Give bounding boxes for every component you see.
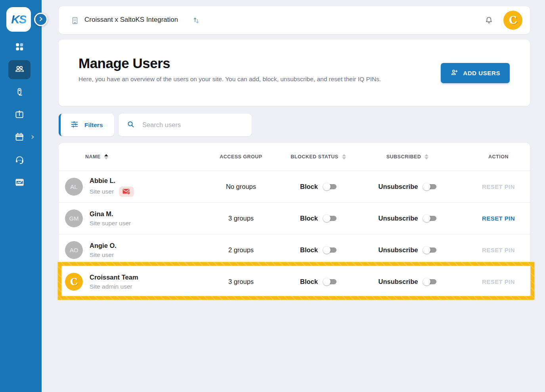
account-avatar[interactable]: C [503,11,522,30]
action-cell: RESET PIN [467,247,530,253]
calendar-icon [14,132,25,143]
column-header-action: ACTION [467,154,530,160]
name-cell: C Croissant Team Site admin user [59,273,193,291]
user-name: Gina M. [90,210,131,218]
unsubscribe-label: Unsubscribe [379,278,418,285]
add-users-label: ADD USERS [463,70,500,76]
name-cell: GM Gina M. Site super user [59,209,193,227]
sort-icon-name [104,154,108,160]
unsubscribe-label: Unsubscribe [379,246,418,254]
action-cell: RESET PIN [467,183,530,190]
search-input[interactable] [142,121,233,129]
block-toggle[interactable] [323,278,337,285]
sidebar-item-users[interactable] [8,60,31,79]
add-users-button[interactable]: ADD USERS [441,63,510,83]
table-body: AL Abbie L. Site user No groups Block Un… [59,171,530,297]
unsubscribe-toggle[interactable] [423,215,436,222]
sidebar-item-locks[interactable] [8,83,31,102]
user-role: Site admin user [90,283,132,290]
unsubscribe-toggle[interactable] [423,278,436,285]
user-role: Site user [90,188,114,195]
page-title: Manage Users [78,55,170,71]
column-header-name[interactable]: NAME [59,154,193,160]
filter-sliders-icon [70,120,79,130]
unsubscribe-label: Unsubscribe [379,183,418,190]
sidebar-item-support[interactable] [8,151,31,170]
users-table: NAME ACCESS GROUP BLOCKED STATUS SUBSCRI… [59,143,530,298]
avatar: GM [65,209,83,227]
column-header-access-group: ACCESS GROUP [193,154,289,160]
block-label: Block [300,278,318,285]
action-cell: RESET PIN [467,215,530,222]
subscribed-cell: Unsubscribe [348,246,467,254]
avatar: C [65,273,83,291]
sidebar-expand-button[interactable] [34,13,48,26]
croissant-logo: C [508,14,518,27]
user-role: Site super user [90,220,131,227]
site-name: Croissant x SaltoKS Integration [84,16,178,24]
user-name: Abbie L. [90,177,134,185]
access-group: 3 groups [228,278,254,285]
sort-icon-blocked [342,154,346,160]
name-cell: AO Angie O. Site user [59,241,193,259]
filters-button[interactable]: Filters [59,114,114,136]
unsubscribe-toggle[interactable] [423,183,436,190]
notifications-bell-icon[interactable] [484,15,493,27]
blocked-cell: Block [289,278,348,285]
block-toggle[interactable] [323,246,337,254]
search-box [119,114,252,136]
headset-icon [14,154,25,166]
action-cell: RESET PIN [467,278,530,285]
table-header-row: NAME ACCESS GROUP BLOCKED STATUS SUBSCRI… [59,143,530,171]
chevron-right-icon [38,16,44,23]
app-logo-text: KS [11,13,26,26]
switch-site-icon[interactable] [192,16,200,26]
dashboard-grid-icon [14,42,25,53]
app-logo[interactable]: KS [6,7,31,32]
top-bar: Croissant x SaltoKS Integration C [59,6,530,34]
sidebar-item-calendar[interactable] [8,128,31,147]
access-group: No groups [226,183,256,190]
name-cell: AL Abbie L. Site user [59,177,193,197]
person-add-icon [450,69,459,78]
pending-email-icon [119,186,134,197]
block-label: Block [300,215,318,222]
block-toggle[interactable] [323,183,337,190]
sidebar-item-access-points[interactable] [8,105,31,124]
building-icon [71,16,79,27]
unsubscribe-label: Unsubscribe [379,215,418,222]
page-header-card: Manage Users Here, you have an overview … [59,40,530,106]
block-toggle[interactable] [323,215,337,222]
users-icon [14,64,25,76]
reset-pin-button[interactable]: RESET PIN [482,215,515,222]
user-name: Angie O. [90,242,117,249]
reset-pin-button: RESET PIN [482,183,515,190]
access-group-cell: 3 groups [193,278,289,285]
activity-card-icon [14,177,25,189]
unsubscribe-toggle[interactable] [423,246,436,254]
sidebar-calendar-submenu-chevron[interactable] [29,128,36,147]
blocked-cell: Block [289,183,348,190]
table-row: AL Abbie L. Site user No groups Block Un… [59,171,530,202]
table-row: AO Angie O. Site user 2 groups Block Uns… [59,234,530,266]
avatar: AO [65,241,83,259]
page-subtitle: Here, you have an overview of the users … [78,76,381,83]
app-root: KS [0,0,545,392]
reset-pin-button: RESET PIN [482,278,515,285]
sidebar-item-events[interactable] [8,173,31,192]
access-group-cell: No groups [193,183,289,190]
search-icon [126,120,135,130]
door-handle-icon [14,87,25,98]
filters-label: Filters [84,122,103,129]
column-header-subscribed[interactable]: SUBSCRIBED [348,154,467,160]
share-window-icon [14,109,25,121]
column-header-blocked-status[interactable]: BLOCKED STATUS [289,154,348,160]
user-role: Site user [90,251,114,259]
block-label: Block [300,183,318,190]
access-group: 3 groups [228,215,254,222]
subscribed-cell: Unsubscribe [348,183,467,190]
subscribed-cell: Unsubscribe [348,215,467,222]
sidebar-item-dashboard[interactable] [8,38,31,57]
table-row: C Croissant Team Site admin user 3 group… [59,266,530,297]
chevron-right-icon [30,135,35,141]
